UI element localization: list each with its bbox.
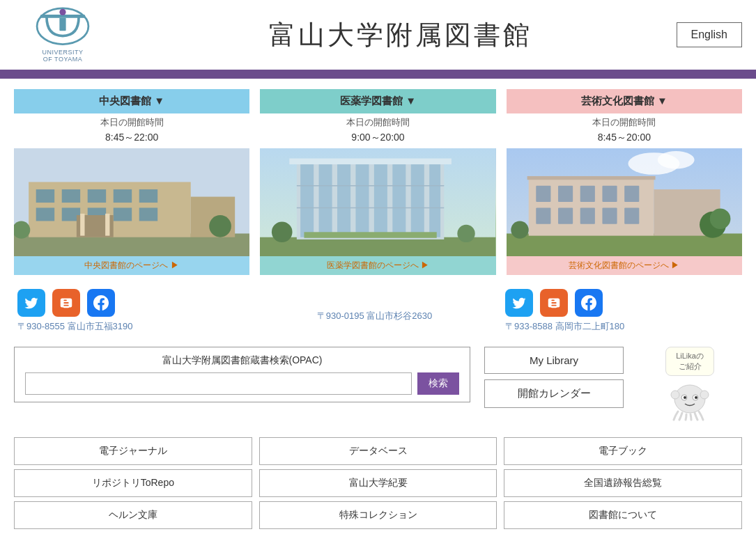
medical-library-link[interactable]: 医薬学図書館のページへ ▶ [260, 256, 495, 275]
art-library-header[interactable]: 芸術文化図書館 ▼ [507, 89, 742, 113]
svg-point-66 [700, 391, 709, 399]
svg-rect-7 [36, 189, 54, 203]
svg-rect-22 [105, 214, 109, 236]
art-twitter-icon[interactable] [505, 289, 533, 317]
medical-address: 〒930-0195 富山市杉谷2630 [317, 310, 432, 322]
svg-rect-31 [393, 164, 406, 237]
svg-rect-47 [580, 186, 594, 202]
svg-rect-54 [624, 207, 639, 223]
nav-special-collection-button[interactable]: 特殊コレクション [259, 501, 497, 529]
svg-point-58 [709, 208, 730, 229]
central-building-svg [14, 148, 249, 256]
art-blogger-icon[interactable] [540, 289, 568, 317]
medical-hours-label: 本日の開館時間 [260, 113, 495, 132]
svg-rect-43 [507, 233, 742, 256]
svg-rect-29 [356, 164, 369, 237]
svg-rect-50 [536, 207, 550, 223]
opac-search-button[interactable]: 検索 [417, 372, 459, 395]
central-social-icons [14, 289, 254, 317]
svg-point-19 [209, 215, 231, 237]
svg-rect-52 [580, 207, 594, 223]
calendar-button[interactable]: 開館カレンダー [484, 379, 624, 408]
opac-input-row: 検索 [25, 372, 459, 395]
bottom-nav: 電子ジャーナル データベース 電子ブック リポジトリToRepo 富山大学紀要 … [14, 437, 742, 529]
nav-database-button[interactable]: データベース [259, 437, 497, 465]
opac-box: 富山大学附属図書館蔵書検索(OPAC) 検索 [14, 347, 470, 402]
svg-rect-45 [536, 186, 550, 202]
svg-rect-11 [139, 189, 157, 203]
svg-rect-33 [430, 164, 441, 237]
central-hours-label: 本日の開館時間 [14, 113, 249, 132]
central-library-card: 中央図書館 ▼ 本日の開館時間 8:45～22:00 [14, 89, 249, 275]
medical-library-header[interactable]: 医薬学図書館 ▼ [260, 89, 495, 113]
svg-point-64 [695, 396, 697, 399]
svg-point-42 [657, 151, 694, 168]
svg-rect-49 [624, 186, 639, 202]
svg-rect-28 [337, 164, 350, 237]
svg-point-59 [511, 221, 528, 238]
nav-row-1: 電子ジャーナル データベース 電子ブック [14, 437, 742, 465]
central-library-image [14, 148, 249, 256]
art-hours-label: 本日の開館時間 [507, 113, 742, 132]
art-hours: 8:45～20:00 [507, 132, 742, 144]
svg-rect-30 [374, 164, 387, 237]
central-library-link[interactable]: 中央図書館のページへ ▶ [14, 256, 249, 275]
medical-building-svg [260, 148, 495, 256]
logo-box: UNIVERSITYOF TOYAMA [14, 7, 111, 63]
svg-rect-8 [62, 189, 80, 203]
svg-rect-16 [139, 207, 157, 221]
central-library-header[interactable]: 中央図書館 ▼ [14, 89, 249, 113]
header-purple-bar [0, 73, 756, 79]
svg-rect-32 [411, 164, 424, 237]
nav-about-library-button[interactable]: 図書館について [504, 501, 742, 529]
lilika-area: LiLikaのご紹介 [638, 347, 742, 423]
svg-rect-46 [558, 186, 573, 202]
medical-library-card: 医薬学図書館 ▼ 本日の開館時間 9:00～20:00 [260, 89, 495, 275]
my-library-button[interactable]: My Library [484, 347, 624, 374]
svg-rect-12 [36, 207, 54, 221]
svg-rect-2 [59, 18, 65, 31]
medical-hours: 9:00～20:00 [260, 132, 495, 144]
svg-point-63 [684, 396, 686, 399]
svg-rect-48 [602, 186, 617, 202]
svg-point-38 [458, 225, 475, 242]
library-cards: 中央図書館 ▼ 本日の開館時間 8:45～22:00 [14, 89, 742, 275]
central-twitter-icon[interactable] [17, 289, 45, 317]
nav-bulletin-button[interactable]: 富山大学紀要 [259, 469, 497, 497]
search-area: 富山大学附属図書館蔵書検索(OPAC) 検索 My Library 開館カレンダ… [14, 347, 742, 423]
svg-rect-10 [114, 189, 132, 203]
nav-e-book-button[interactable]: 電子ブック [504, 437, 742, 465]
svg-rect-9 [88, 189, 106, 203]
lilika-character [665, 379, 714, 421]
art-library-card: 芸術文化図書館 ▼ 本日の開館時間 8:45～20:00 [507, 89, 742, 275]
central-facebook-icon[interactable] [87, 289, 115, 317]
svg-rect-27 [319, 164, 332, 237]
svg-rect-26 [300, 164, 314, 237]
art-address: 〒933-8588 高岡市二上町180 [502, 320, 624, 333]
nav-national-sites-button[interactable]: 全国遺跡報告総覧 [504, 469, 742, 497]
central-address: 〒930-8555 富山市五福3190 [14, 320, 254, 333]
english-button[interactable]: English [677, 22, 742, 47]
art-facebook-icon[interactable] [575, 289, 603, 317]
header: UNIVERSITYOF TOYAMA 富山大学附属図書館 English [0, 0, 756, 73]
nav-repository-button[interactable]: リポジトリToRepo [14, 469, 252, 497]
lilika-bubble-text: LiLikaのご紹介 [665, 347, 714, 376]
art-library-image [507, 148, 742, 256]
nav-e-journal-button[interactable]: 電子ジャーナル [14, 437, 252, 465]
art-library-link[interactable]: 芸術文化図書館のページへ ▶ [507, 256, 742, 275]
svg-rect-56 [527, 176, 655, 180]
art-building-svg [507, 148, 742, 256]
medical-library-image [260, 148, 495, 256]
svg-point-37 [272, 222, 293, 243]
svg-point-3 [59, 9, 65, 15]
central-blogger-icon[interactable] [52, 289, 80, 317]
nav-hearn-button[interactable]: ヘルン文庫 [14, 501, 252, 529]
art-social: 〒933-8588 高岡市二上町180 [495, 289, 742, 333]
site-title: 富山大学附属図書館 [125, 17, 677, 53]
svg-rect-39 [304, 232, 437, 237]
opac-search-input[interactable] [25, 372, 412, 395]
my-library-area: My Library 開館カレンダー [484, 347, 624, 408]
svg-rect-53 [602, 207, 617, 223]
lilika-box[interactable]: LiLikaのご紹介 [665, 347, 714, 423]
central-social: 〒930-8555 富山市五福3190 [14, 289, 254, 333]
